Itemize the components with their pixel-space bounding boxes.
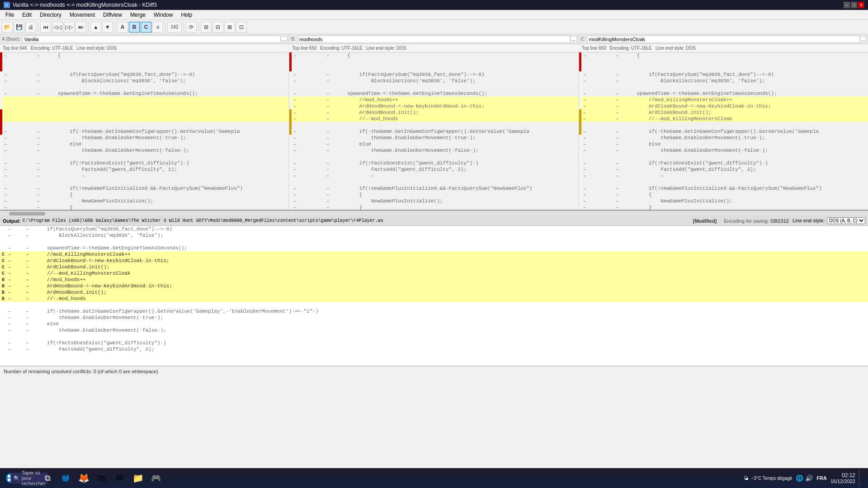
diff-line-b [292,59,578,65]
diff-lines-c[interactable]: – – { – – if(FactsQuerySum("mq3036_fact_… [579,52,868,210]
pane-a-browse-button[interactable]: … [281,36,287,42]
diff-line-c: – – if(!FactsDoesExist("gwent_difficulty… [581,160,868,166]
diff-line-a: – – spawnedTime·=·theGame.GetEngineTimeA… [2,90,289,97]
pane-a-input[interactable] [22,36,281,43]
prev-diff-button[interactable]: ◁◁ [52,22,63,33]
pane-b-prefix: B: [291,37,295,42]
sync-button[interactable]: ⊟ [212,22,223,33]
merge-button[interactable]: ⊞ [201,22,212,33]
output-line: – – spawnedTime·=·theGame.GetEngineTimeA… [0,245,868,251]
diff-line-c [581,65,868,71]
diff-line-c: – – { [581,192,868,198]
diff-line-c: – – if(FactsQuerySum("mq3036_fact_done")… [581,71,868,78]
pane-b-browse-button[interactable]: … [571,36,577,42]
diff-line-a: – – theGame.EnableUberMovement(·false·); [2,147,289,154]
output-lineend-select[interactable]: DOS (A, B, C) Unix Mac [827,217,865,224]
output-pane[interactable]: – – if(FactsQuerySum("mq3036_fact_done")… [0,226,868,366]
pane-b-encoding: Encoding: UTF-16LE [320,46,362,51]
menu-item-directory[interactable]: Directory [36,11,65,19]
take-c-button[interactable]: C [141,22,151,33]
open-button[interactable]: 📂 [2,22,13,33]
diff-line-a: – – { [2,192,289,198]
diff-line-c-conflict: – – //mod_KillingMonstersCloak++ [581,97,868,103]
next-diff-button[interactable]: ▷▷ [64,22,75,33]
take-b-button[interactable]: B [129,22,140,33]
first-diff-button[interactable]: ⏮ [40,22,51,33]
output-line [0,239,868,245]
line-number-button[interactable]: 142 [167,22,182,33]
diff-line-a: – – NewGamePlusInitialize(); [2,198,289,204]
auto-advance-button[interactable]: ⟳ [186,22,197,33]
pane-a-topline: Top line 646 [3,46,27,51]
diff-line-b [292,154,578,160]
menu-item-edit[interactable]: Edit [19,11,35,19]
pane-b-label-section: B: … [289,34,579,44]
output-conflict-b-line: B – – ArdHoodBound.init(); [0,289,868,296]
output-label: Output: [3,218,21,224]
output-conflict-c-line: C – – ArdCloakBound·=·new·KeybindCloak·i… [0,258,868,264]
pane-c-browse-button[interactable]: … [860,36,866,42]
minimize-button[interactable]: ─ [844,2,850,8]
titlebar-controls[interactable]: ─ □ ✕ [844,2,864,8]
scroll-down-button[interactable]: ▼ [102,22,113,33]
toolbar-separator-4 [165,23,165,32]
output-line: – – theGame.EnableUberMovement(·true·); [0,314,868,321]
take-a-button[interactable]: A [117,22,128,33]
diff-line-b-conflict: – – //mod_hoods++ [292,97,578,103]
menu-item-file[interactable]: File [2,11,18,19]
menu-item-movement[interactable]: Movement [66,11,99,19]
diff-line-c [581,179,868,185]
diff-line-c: – – theGame.EnableUberMovement(·true·); [581,135,868,141]
diff-line-b-conflict: – – //--mod_hoods [292,116,578,122]
output-conflict-b-line: B – – //--mod_hoods [0,296,868,302]
pane-b-input[interactable] [297,36,571,43]
diff-line-b: – – FactsAdd("gwent_difficulty", 2); [292,166,578,173]
scroll-thumb[interactable] [9,212,45,216]
take-abc-button[interactable]: ≡ [152,22,163,33]
diff-line-b: – – BlockAllActions('mq3036', 'false'); [292,78,578,84]
output-conflict-c-line: C – – //--mod_KillingMonstersCloak [0,270,868,277]
diff-line-a-conflict [2,103,289,109]
toolbar-separator-2 [88,23,89,32]
output-lineend: Line end style: DOS (A, B, C) Unix Mac [793,217,865,224]
diff-lines-a[interactable]: – – { – – if(FactsQuerySum("mq3036_fact_… [0,52,289,210]
diff-line-a: – – FactsAdd("gwent_difficulty", 2); [2,166,289,173]
scroll-up-button[interactable]: ▲ [90,22,101,33]
toolbar: 📂 💾 🖨 ⏮ ◁◁ ▷▷ ⏭ ▲ ▼ A B C ≡ 142 ⟳ ⊞ ⊟ ⊠ … [0,20,868,34]
save-button[interactable]: 💾 [14,22,24,33]
pane-c-input[interactable] [587,36,860,43]
combine-button[interactable]: ⊡ [236,22,247,33]
horizontal-scrollbar[interactable] [0,211,868,216]
diff-line-b: – – theGame.EnableUberMovement(·false·); [292,147,578,154]
pane-b-topline: Top line 650 [292,46,316,51]
output-line [0,302,868,308]
output-conflict-c-line: C – – //mod_KillingMonstersCloak++ [0,251,868,258]
close-button[interactable]: ✕ [858,2,864,8]
diff-pane-b[interactable]: – – { – – if(FactsQuerySum("mq3036_fact_… [289,52,579,210]
info-row: Top line 646 Encoding: UTF-16LE Line end… [0,44,868,52]
menubar: FileEditDirectoryMovementDiffviewMergeWi… [0,10,868,20]
diff-line-a: – – } [2,204,289,210]
diff-lines-b[interactable]: – – { – – if(FactsQuerySum("mq3036_fact_… [289,52,578,210]
menu-item-merge[interactable]: Merge [127,11,149,19]
output-line: – – FactsAdd("gwent_difficulty", 2); [0,346,868,352]
diff-line-c-conflict: – – ArdCloakBound.init(); [581,109,868,116]
diff-line-a: – – if(!FactsDoesExist("gwent_difficulty… [2,160,289,166]
menu-item-diffview[interactable]: Diffview [99,11,126,19]
split-button[interactable]: ⊠ [224,22,235,33]
diff-line-a: – – if(!newGamePlusInitialized·&&·FactsQ… [2,185,289,192]
diff-pane-c[interactable]: – – { – – if(FactsQuerySum("mq3036_fact_… [579,52,868,210]
diff-pane-a[interactable]: – – { – – if(FactsQuerySum("mq3036_fact_… [0,52,289,210]
output-path: C:\Program Files (x86)\GOG Galaxy\Games\… [23,218,689,223]
pane-a-label-section: A (Base): … [0,34,289,44]
last-diff-button[interactable]: ⏭ [75,22,86,33]
diff-line-c: – – spawnedTime·=·theGame.GetEngineTimeA… [581,90,868,97]
print-button[interactable]: 🖨 [25,22,36,33]
diff-line-a: – – else [2,141,289,147]
diff-line-c: – – { [581,52,868,59]
menu-item-window[interactable]: Window [150,11,177,19]
diff-line-b: – – if(FactsQuerySum("mq3036_fact_done")… [292,71,578,78]
menu-item-help[interactable]: Help [178,11,196,19]
app-icon: K [4,2,10,8]
maximize-button[interactable]: □ [851,2,857,8]
